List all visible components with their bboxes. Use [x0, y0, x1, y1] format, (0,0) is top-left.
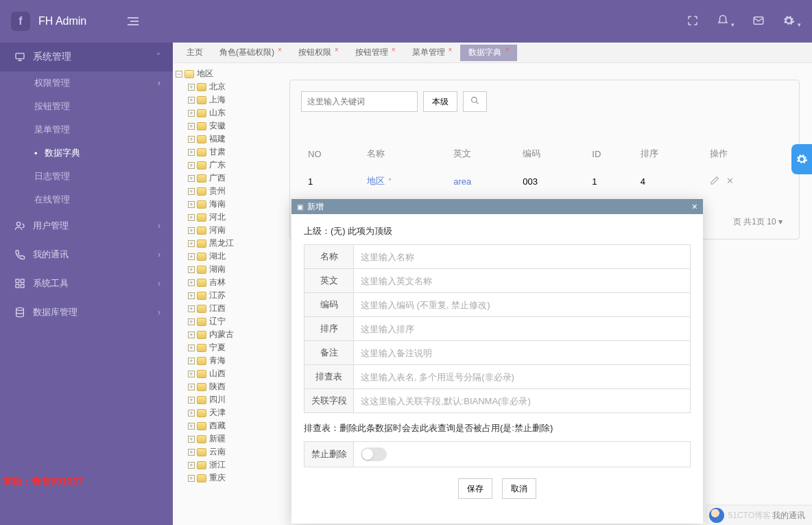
tree-node-10[interactable]: 河北	[209, 211, 226, 223]
tree-node-21[interactable]: 青海	[209, 355, 226, 366]
search-icon[interactable]	[463, 91, 487, 112]
expand-icon[interactable]: +	[188, 475, 195, 482]
expand-icon[interactable]: +	[188, 175, 195, 182]
expand-icon[interactable]: +	[188, 318, 195, 325]
keyword-input[interactable]	[301, 91, 418, 112]
field-input-4[interactable]	[354, 341, 690, 364]
expand-icon[interactable]: +	[188, 305, 195, 312]
field-input-3[interactable]	[354, 317, 690, 340]
edit-icon[interactable]	[710, 176, 719, 187]
sidebar-sub-0-3[interactable]: 数据字典	[0, 141, 173, 165]
sidebar-sub-0-2[interactable]: 菜单管理	[0, 118, 173, 141]
expand-icon[interactable]: +	[188, 110, 195, 117]
expand-icon[interactable]: +	[188, 384, 195, 390]
sidebar-item-2[interactable]: 我的通讯›	[0, 240, 173, 269]
expand-icon[interactable]: +	[188, 279, 195, 286]
expand-icon[interactable]: +	[188, 462, 195, 469]
tree-node-23[interactable]: 陕西	[209, 381, 226, 393]
tree-node-2[interactable]: 山东	[209, 107, 226, 119]
expand-icon[interactable]: +	[188, 162, 195, 169]
tab-4[interactable]: 菜单管理	[404, 45, 461, 61]
expand-icon[interactable]: +	[188, 123, 195, 130]
tree-node-3[interactable]: 安徽	[209, 120, 226, 132]
tab-2[interactable]: 按钮权限	[290, 45, 347, 61]
footer-chip[interactable]: 51CTO博客 我的通讯	[706, 506, 812, 525]
sidebar-item-3[interactable]: 系统工具›	[0, 269, 173, 298]
cancel-button[interactable]: 取消	[502, 478, 536, 499]
sidebar-sub-0-5[interactable]: 在线管理	[0, 188, 173, 211]
expand-icon[interactable]: +	[188, 84, 195, 91]
tree-node-24[interactable]: 四川	[209, 394, 226, 406]
expand-icon[interactable]: +	[188, 436, 195, 443]
expand-icon[interactable]: +	[188, 240, 195, 247]
tab-1[interactable]: 角色(基础权限)	[211, 45, 290, 61]
tree-node-12[interactable]: 黑龙江	[209, 237, 234, 249]
tree-node-22[interactable]: 山西	[209, 368, 226, 380]
tree-node-5[interactable]: 甘肃	[209, 146, 226, 158]
tree-node-8[interactable]: 贵州	[209, 185, 226, 197]
tree-node-0[interactable]: 北京	[209, 81, 226, 93]
tree-root[interactable]: 地区	[197, 68, 213, 80]
tree-node-9[interactable]: 海南	[209, 198, 226, 210]
close-icon[interactable]: ×	[692, 201, 697, 212]
tab-0[interactable]: 主页	[178, 45, 211, 61]
tree-node-7[interactable]: 广西	[209, 172, 226, 184]
tree-node-19[interactable]: 内蒙古	[209, 329, 234, 340]
expand-icon[interactable]: +	[188, 397, 195, 404]
tree-node-18[interactable]: 辽宁	[209, 316, 226, 327]
expand-icon[interactable]: +	[188, 188, 195, 195]
expand-icon[interactable]: +	[188, 227, 195, 234]
expand-icon[interactable]: +	[188, 371, 195, 377]
tab-5[interactable]: 数据字典	[460, 45, 517, 61]
forbid-delete-toggle[interactable]	[361, 447, 387, 461]
sidebar-sub-0-1[interactable]: 按钮管理	[0, 95, 173, 118]
tree-node-14[interactable]: 湖南	[209, 264, 226, 275]
settings-tab-icon[interactable]	[791, 144, 812, 174]
bell-icon[interactable]: ▾	[717, 14, 735, 29]
tree-node-28[interactable]: 云南	[209, 446, 226, 458]
tree-node-11[interactable]: 河南	[209, 224, 226, 236]
expand-icon[interactable]: +	[188, 136, 195, 143]
tree-node-13[interactable]: 湖北	[209, 250, 226, 262]
gear-icon[interactable]: ▾	[783, 14, 801, 29]
sidebar-sub-0-4[interactable]: 日志管理	[0, 165, 173, 188]
sidebar-item-0[interactable]: 系统管理˅	[0, 43, 173, 71]
tree-node-4[interactable]: 福建	[209, 133, 226, 145]
field-input-0[interactable]	[354, 245, 690, 268]
tree-node-29[interactable]: 浙江	[209, 459, 226, 471]
tree-node-1[interactable]: 上海	[209, 94, 226, 106]
tree-node-16[interactable]: 江苏	[209, 290, 226, 301]
tree-node-30[interactable]: 重庆	[209, 472, 226, 484]
expand-icon[interactable]: +	[188, 201, 195, 208]
expand-icon[interactable]: +	[188, 149, 195, 156]
tree-node-25[interactable]: 天津	[209, 407, 226, 419]
tree-node-6[interactable]: 广东	[209, 159, 226, 171]
expand-icon[interactable]: +	[188, 253, 195, 260]
collapse-icon[interactable]: −	[176, 71, 182, 78]
tree-node-27[interactable]: 新疆	[209, 433, 226, 445]
tree-node-17[interactable]: 江西	[209, 303, 226, 314]
expand-icon[interactable]: +	[188, 331, 195, 338]
field-input-2[interactable]	[354, 293, 690, 316]
field-input-6[interactable]	[354, 389, 690, 412]
tab-3[interactable]: 按钮管理	[347, 45, 404, 61]
tree-node-20[interactable]: 宁夏	[209, 342, 226, 353]
expand-icon[interactable]: +	[188, 410, 195, 417]
menu-toggle-icon[interactable]	[128, 17, 139, 25]
expand-icon[interactable]: +	[188, 266, 195, 273]
save-button[interactable]: 保存	[458, 478, 492, 499]
level-button[interactable]: 本级	[423, 91, 457, 112]
expand-icon[interactable]: +	[188, 292, 195, 299]
expand-icon[interactable]: +	[188, 97, 195, 104]
expand-icon[interactable]: +	[188, 214, 195, 221]
tree-node-15[interactable]: 吉林	[209, 277, 226, 288]
delete-icon[interactable]: ✕	[726, 176, 734, 187]
field-input-1[interactable]	[354, 269, 690, 292]
field-input-5[interactable]	[354, 365, 690, 388]
expand-icon[interactable]: +	[188, 423, 195, 430]
tree-node-26[interactable]: 西藏	[209, 420, 226, 432]
cell-name[interactable]: 地区 ˅	[361, 168, 446, 194]
expand-icon[interactable]: +	[188, 358, 195, 364]
mail-icon[interactable]	[752, 14, 765, 29]
expand-icon[interactable]: +	[188, 345, 195, 351]
